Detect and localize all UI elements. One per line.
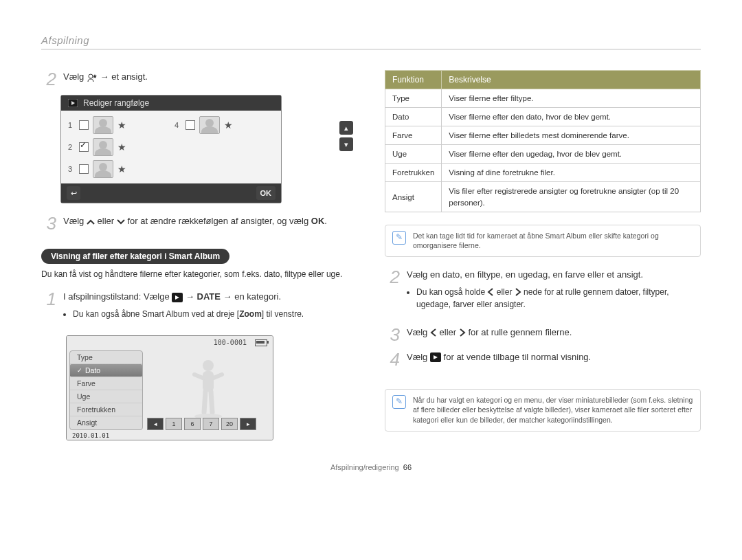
svg-rect-4 [203,371,214,392]
smart-album-screenshot: 100-0001 Type ✓Dato Farve Uge Foretrukke… [66,335,273,440]
label: → en kategori. [223,291,282,302]
face-thumbnail [93,160,113,178]
face-thumbnail [93,116,113,134]
date-icon: DATE [197,291,221,302]
person-silhouette-icon [188,357,229,421]
table-header-funktion: Funktion [385,71,442,89]
chevron-left-icon [430,328,437,337]
step-number: 2 [41,70,56,88]
ok-icon: OK [311,216,325,226]
cell-key: Ansigt [385,182,442,212]
table-row: TypeViser filerne efter filtype. [385,89,701,108]
step-3: 3 Vælg eller for at ændre rækkefølgen af… [41,214,357,232]
label: Vælg [407,327,430,337]
star-icon: ★ [117,164,126,175]
table-header-beskrivelse: Beskrivelse [442,71,701,89]
step-text: Vælg → et ansigt. [63,70,357,84]
step-text: Vælg eller for at ændre rækkefølgen af a… [63,214,357,228]
rank-number: 1 [68,121,75,129]
step-number: 2 [385,268,400,286]
thumbnail: 7 [203,418,219,430]
note-text: Det kan tage lidt tid for kameraet at åb… [413,231,693,251]
label: I afspilningstilstand: Vælge [63,291,172,302]
left-column: 2 Vælg → et ansigt. Rediger rangfølge [41,70,357,443]
rank-number: 3 [68,165,75,173]
bullet-item: Du kan også holde eller nede for at rull… [416,286,701,311]
label: eller [440,327,459,337]
step-3r: 3 Vælg eller for at rulle gennem filerne… [385,326,701,344]
ok-icon: OK [256,186,276,200]
cell-key: Farve [385,126,442,145]
label: for at vende tilbage til normal visning. [444,352,592,362]
checkbox-icon [186,120,195,130]
screenshot-footer: ↩ OK [61,183,281,203]
page-footer: Afspilning/redigering 66 [41,463,701,471]
label: Vælg [63,216,87,226]
up-arrow-icon: ▴ [339,121,353,135]
down-arrow-icon: ▾ [339,137,353,151]
svg-point-3 [203,360,214,371]
page-number: 66 [403,463,412,471]
function-table: Funktion Beskrivelse TypeViser filerne e… [385,70,701,212]
face-thumbnail [93,138,113,156]
list-item: Farve [70,377,142,390]
label: → et ansigt. [100,71,148,82]
thumbnail: 20 [221,418,238,430]
prev-arrow-icon: ◂ [147,418,164,430]
svg-point-0 [89,74,93,78]
cell-key: Uge [385,145,442,164]
list-item: Uge [70,390,142,403]
step-2: 2 Vælg → et ansigt. [41,70,357,88]
star-icon: ★ [117,120,126,131]
cell-value: Viser filerne efter filtype. [442,89,701,108]
edit-rank-screenshot: Rediger rangfølge 1 ★ 4 [41,95,357,203]
cell-key: Foretrukken [385,164,442,182]
label: ] til venstre. [262,309,304,319]
step-text: Vælg en dato, en filtype, en ugedag, en … [407,268,701,319]
step-number: 3 [41,214,56,232]
chevron-right-icon [515,288,521,296]
screenshot-title: Rediger rangfølge [83,98,149,108]
checkbox-icon [79,164,89,174]
cell-value: Visning af dine foretrukne filer. [442,164,701,182]
rank-number: 4 [175,121,181,129]
list-item: Type [70,351,142,364]
checkbox-icon [79,120,89,130]
label: → [186,291,197,302]
right-column: Funktion Beskrivelse TypeViser filerne e… [385,70,701,443]
rank-row: 3 ★ [68,160,168,178]
screenshot-titlebar: Rediger rangfølge [61,96,281,111]
face-star-icon [87,73,98,82]
playback-icon [430,352,441,362]
chevron-down-icon [117,219,125,225]
chevron-up-icon [87,219,95,225]
step-number: 3 [385,326,400,344]
folder-label: 100-0001 [214,339,247,346]
label: Vælg en dato, en filtype, en ugedag, en … [407,269,643,280]
table-row: DatoViser filerne efter den dato, hvor d… [385,108,701,126]
note-text: Når du har valgt en kategori og en menu,… [413,395,693,425]
info-note: ✎ Når du har valgt en kategori og en men… [385,389,701,432]
subsection-description: Du kan få vist og håndtere filerne efter… [41,268,357,280]
date-label: 2010.01.01 [67,432,273,440]
checkbox-checked-icon [79,142,89,152]
label: for at ændre rækkefølgen af ansigter, og… [127,216,311,226]
cell-value: Viser filerne efter billedets mest domin… [442,126,701,145]
step-text: Vælg for at vende tilbage til normal vis… [407,350,701,364]
step-2r: 2 Vælg en dato, en filtype, en ugedag, e… [385,268,701,319]
chevron-left-icon [487,288,494,296]
label: for at rulle gennem filerne. [468,327,572,337]
cell-value: Viser filerne efter den ugedag, hvor de … [442,145,701,164]
label: Du kan også holde [416,287,487,297]
chevron-right-icon [459,328,466,337]
list-item-selected: ✓Dato [70,364,142,377]
face-thumbnail [199,116,220,134]
label: Vælg [63,71,87,82]
section-header: Afspilning [41,34,701,49]
cell-value: Vis filer efter registrerede ansigter og… [442,182,701,212]
info-icon: ✎ [392,231,406,245]
play-icon [68,99,78,107]
thumbnail: 6 [184,418,201,430]
rank-row: 1 ★ [68,116,168,134]
back-icon: ↩ [67,186,80,200]
